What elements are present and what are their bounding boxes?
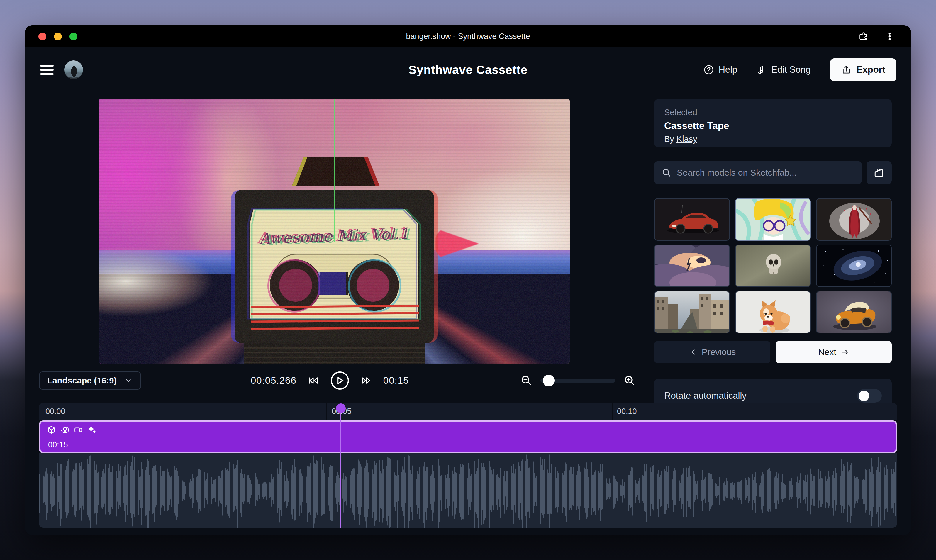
selected-model-name: Cassette Tape <box>664 120 882 131</box>
model-thumb-fantasy-warrior[interactable] <box>816 198 892 241</box>
model-thumb-city-street[interactable] <box>654 291 730 333</box>
timeline-zoom-controls <box>520 369 636 392</box>
playhead-line <box>340 412 341 528</box>
ruler-separator <box>326 403 327 420</box>
model-thumb-skull[interactable] <box>735 245 811 287</box>
video-camera-icon <box>74 425 83 434</box>
ruler-mark-10: 00:10 <box>617 407 637 416</box>
model-author-line: By Klasy <box>664 134 882 144</box>
search-models-box[interactable] <box>654 161 862 185</box>
fast-forward-button[interactable] <box>360 374 373 387</box>
app-header: Synthwave Cassette Help Edit Song Export <box>25 48 911 92</box>
rewind-button[interactable] <box>307 374 319 387</box>
sparkles-icon <box>88 425 97 434</box>
model-results-grid <box>654 198 892 333</box>
export-icon <box>841 65 851 75</box>
rotate-automatically-label: Rotate automatically <box>664 391 747 401</box>
selected-label: Selected <box>664 108 882 117</box>
zoom-out-icon[interactable] <box>520 375 532 386</box>
play-button[interactable] <box>330 371 350 391</box>
clip-duration-label: 00:15 <box>48 440 68 449</box>
zoom-slider-knob[interactable] <box>543 375 554 386</box>
ruler-mark-0: 00:00 <box>45 407 65 416</box>
transport-controls: 00:05.266 00:15 <box>251 369 409 392</box>
playhead-handle[interactable] <box>336 403 346 413</box>
clapperboard-button[interactable] <box>867 161 892 185</box>
zoom-slider[interactable] <box>540 378 616 383</box>
model-thumb-toy-car[interactable] <box>816 291 892 333</box>
model-thumb-red-sports-car[interactable] <box>654 198 730 241</box>
chevron-down-icon <box>124 376 133 385</box>
glitch-line <box>334 99 335 242</box>
previous-page-button[interactable]: Previous <box>654 341 770 363</box>
model-thumb-spiral-galaxy[interactable] <box>816 245 892 287</box>
search-input[interactable] <box>677 168 854 178</box>
zoom-in-icon[interactable] <box>624 375 636 386</box>
extensions-icon[interactable] <box>858 31 869 42</box>
model-sidebar: Selected Cassette Tape By Klasy <box>654 99 892 148</box>
rotate-automatically-toggle[interactable] <box>857 389 882 403</box>
author-link[interactable]: Klasy <box>676 134 697 144</box>
next-page-button[interactable]: Next <box>776 341 892 363</box>
clapperboard-icon <box>873 167 885 178</box>
export-button[interactable]: Export <box>830 58 896 81</box>
spiral-icon <box>60 425 69 434</box>
clip-feature-icons <box>47 425 97 434</box>
3d-box-icon <box>47 425 56 434</box>
video-preview-canvas[interactable]: Awesome Mix Vol.1 Awesome Mix Vol.1 Awes… <box>99 99 570 363</box>
selected-model-card: Selected Cassette Tape By Klasy <box>654 99 892 148</box>
search-icon <box>662 168 671 178</box>
app-window: banger.show - Synthwave Cassette Synthwa… <box>25 25 911 535</box>
timeline-clip[interactable]: 00:15 <box>39 420 897 453</box>
browser-titlebar: banger.show - Synthwave Cassette <box>25 25 911 48</box>
arrow-left-icon <box>689 348 697 357</box>
model-thumb-anime-girl[interactable] <box>735 198 811 241</box>
timeline-ruler[interactable]: 00:00 00:05 00:10 <box>39 403 897 420</box>
window-title: banger.show - Synthwave Cassette <box>25 32 911 41</box>
help-icon <box>704 65 714 75</box>
ruler-separator <box>612 403 613 420</box>
audio-waveform-track[interactable] <box>39 453 897 528</box>
music-note-icon <box>757 65 767 75</box>
edit-song-button[interactable]: Edit Song <box>757 65 810 75</box>
total-time: 00:15 <box>383 375 409 386</box>
browser-menu-icon[interactable] <box>885 31 894 42</box>
arrow-right-icon <box>841 348 849 357</box>
aspect-ratio-dropdown[interactable]: Landscape (16:9) <box>39 371 141 390</box>
model-thumb-storm-clouds[interactable] <box>654 245 730 287</box>
model-thumb-shiba-dog[interactable] <box>735 291 811 333</box>
help-button[interactable]: Help <box>704 65 737 75</box>
current-time: 00:05.266 <box>251 375 296 386</box>
audio-waveform-canvas <box>39 453 897 528</box>
